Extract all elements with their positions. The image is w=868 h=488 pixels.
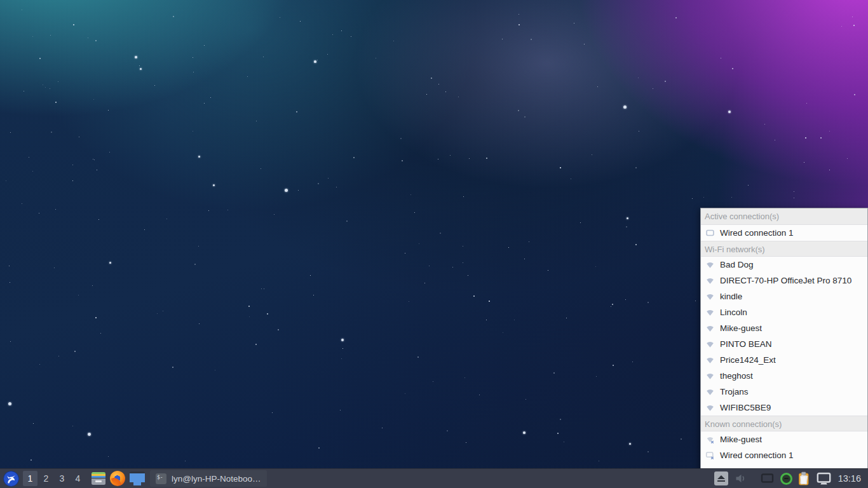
star: [519, 24, 520, 25]
star: [564, 442, 564, 442]
star: [72, 426, 73, 426]
star: [519, 14, 519, 15]
star: [193, 72, 194, 72]
star: [95, 317, 97, 318]
network-item-label: kindle: [720, 292, 742, 301]
clock[interactable]: 13:16: [838, 473, 861, 484]
workspace-button-1[interactable]: 1: [23, 471, 37, 486]
star: [256, 121, 257, 121]
workspace-button-2[interactable]: 2: [39, 471, 53, 486]
star: [109, 262, 111, 264]
network-item[interactable]: Bad Dog: [701, 257, 867, 273]
star: [341, 339, 344, 341]
star: [854, 94, 855, 95]
network-item-label: theghost: [720, 371, 753, 381]
star: [393, 41, 394, 41]
star: [638, 78, 639, 78]
star: [261, 168, 261, 169]
taskbar: 1234 $- lyn@lyn-HP-Noteboo…: [0, 468, 868, 488]
star: [45, 87, 46, 88]
star: [317, 60, 318, 60]
star: [72, 165, 73, 165]
network-item[interactable]: Wired connection 1: [701, 447, 867, 463]
star: [463, 262, 463, 263]
star: [72, 180, 73, 181]
network-item[interactable]: Wired connection 1: [701, 225, 867, 241]
task-button-label: lyn@lyn-HP-Noteboo…: [172, 474, 261, 484]
star: [341, 30, 342, 31]
network-item[interactable]: WIFIBC5BE9: [701, 400, 867, 416]
network-dim-icon[interactable]: [760, 471, 775, 485]
star: [50, 35, 51, 36]
star: [524, 116, 526, 118]
star: [340, 410, 341, 410]
star: [508, 247, 509, 248]
star: [775, 140, 775, 140]
star: [140, 68, 142, 70]
network-item[interactable]: theghost: [701, 368, 867, 384]
star: [51, 132, 52, 133]
star: [479, 395, 480, 395]
workspace-button-4[interactable]: 4: [71, 471, 85, 486]
star: [611, 306, 611, 307]
blue-display-icon[interactable]: [130, 471, 145, 485]
star: [675, 17, 677, 18]
status-green-icon[interactable]: [780, 473, 792, 485]
star: [58, 356, 59, 356]
star: [597, 86, 598, 87]
star: [193, 57, 193, 58]
network-item-label: Bad Dog: [720, 260, 754, 269]
network-item[interactable]: Mike-guest: [701, 320, 867, 336]
network-item[interactable]: kindle: [701, 288, 867, 304]
star: [353, 157, 355, 158]
network-item[interactable]: PINTO BEAN: [701, 336, 867, 352]
star: [447, 430, 448, 431]
workspace-pager: 1234: [22, 471, 86, 486]
star: [429, 266, 430, 266]
star: [829, 131, 830, 132]
star: [692, 198, 693, 199]
star: [43, 85, 43, 85]
star: [10, 341, 11, 342]
star: [278, 329, 279, 330]
star: [635, 244, 637, 245]
terminal-icon: $-: [156, 473, 166, 484]
wifi-icon: [705, 276, 715, 286]
display-icon[interactable]: [816, 471, 832, 486]
star: [794, 198, 794, 198]
star: [653, 88, 653, 89]
star: [55, 102, 57, 103]
network-item[interactable]: Lincoln: [701, 304, 867, 320]
firefox-icon[interactable]: [110, 471, 125, 486]
star: [351, 36, 351, 37]
clipboard-icon[interactable]: [797, 471, 811, 486]
star: [32, 36, 33, 37]
star: [39, 364, 40, 365]
star: [553, 372, 555, 374]
star: [560, 167, 561, 168]
start-button[interactable]: [3, 470, 19, 487]
star: [596, 376, 597, 377]
star: [731, 197, 732, 198]
eject-icon[interactable]: [714, 471, 728, 485]
network-item[interactable]: DIRECT-70-HP OfficeJet Pro 8710: [701, 273, 867, 288]
workspace-button-3[interactable]: 3: [55, 471, 69, 486]
star: [33, 423, 34, 424]
volume-icon[interactable]: [733, 471, 747, 485]
star: [376, 58, 376, 58]
network-item[interactable]: Price1424_Ext: [701, 352, 867, 368]
star: [332, 34, 333, 35]
wifi-icon: [705, 339, 715, 349]
network-item[interactable]: Mike-guest: [701, 431, 867, 447]
network-item[interactable]: Trojans: [701, 384, 867, 400]
wifi-icon: [705, 323, 715, 334]
star: [623, 105, 627, 109]
star: [438, 159, 438, 159]
task-button[interactable]: $- lyn@lyn-HP-Noteboo…: [150, 470, 267, 487]
star: [274, 214, 275, 215]
file-manager-icon[interactable]: [92, 472, 105, 485]
network-item-label: Price1424_Ext: [720, 355, 776, 365]
star: [518, 110, 519, 111]
star: [154, 85, 155, 86]
star: [139, 65, 140, 66]
